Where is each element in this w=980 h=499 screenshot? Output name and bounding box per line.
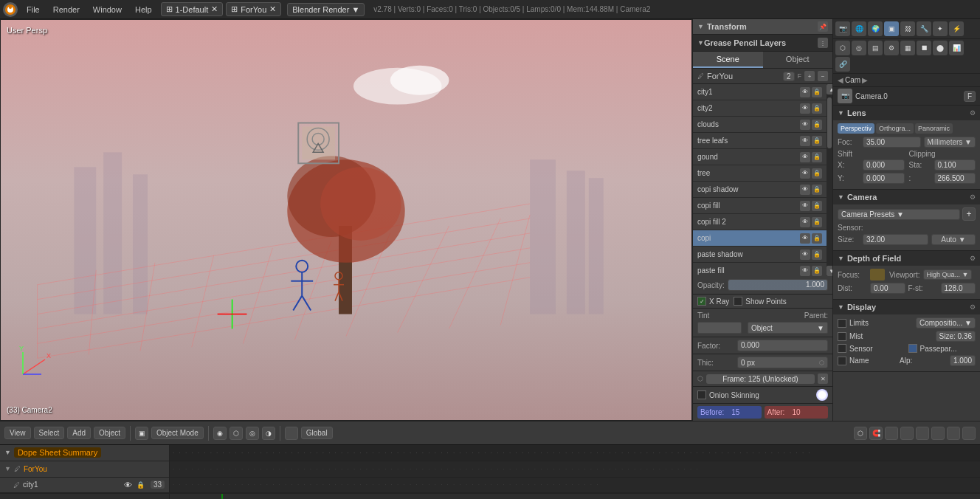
layer-gound[interactable]: gound 👁 🔒 — [693, 149, 827, 165]
tint-color[interactable] — [697, 322, 742, 334]
layer-eye-icon[interactable]: 👁 — [800, 201, 810, 211]
layer-copi-active[interactable]: copi 👁 🔒 — [693, 230, 827, 247]
show-points-checkbox[interactable]: Show Points — [734, 297, 787, 306]
alp-value[interactable]: 1.000 — [950, 355, 976, 366]
layer-eye-icon[interactable]: 👁 — [800, 136, 810, 146]
layer-eye-icon[interactable]: 👁 — [800, 152, 810, 162]
presets-select[interactable]: Camera Presets ▼ — [838, 209, 960, 220]
comp-val[interactable]: Compositio... ▼ — [916, 317, 976, 328]
viewport-wire-icon[interactable]: ⬡ — [230, 427, 243, 440]
layer-lock-icon[interactable]: 🔒 — [812, 87, 822, 97]
object-mode-btn[interactable]: Object Mode — [151, 427, 204, 439]
props-icon-d[interactable]: ⚙ — [884, 41, 899, 55]
scroll-down-btn[interactable]: ▼ — [827, 266, 832, 276]
layer-lock-icon[interactable]: 🔒 — [812, 185, 822, 195]
lens-section-header[interactable]: ▼ Lens ⚙ — [833, 106, 980, 120]
lens-tab-orthogra[interactable]: Orthogra... — [876, 123, 914, 134]
icon-autokey[interactable] — [916, 427, 929, 440]
layer-eye-icon[interactable]: 👁 — [800, 266, 810, 276]
layer-city1[interactable]: city1 👁 🔒 — [693, 84, 827, 100]
viewport-quality[interactable]: High Qua... ▼ — [923, 269, 973, 280]
sensor-size-value[interactable]: 32.00 — [863, 234, 928, 245]
foc-unit[interactable]: Millimeters ▼ — [924, 137, 976, 148]
add-menu-btn[interactable]: Add — [67, 427, 91, 439]
layer-copi-shadow[interactable]: copi shadow 👁 🔒 — [693, 182, 827, 198]
props-scene-icon[interactable]: 🌐 — [852, 21, 866, 36]
layer-copi-fill[interactable]: copi fill 👁 🔒 — [693, 198, 827, 214]
layer-eye-icon[interactable]: 👁 — [800, 120, 810, 130]
sta-value[interactable]: 0.100 — [934, 159, 976, 171]
props-icon-i[interactable]: 🔗 — [835, 57, 850, 72]
viewport-solid-icon[interactable]: ◎ — [246, 427, 259, 440]
layer-lock-icon[interactable]: 🔒 — [812, 250, 822, 260]
layer-tree-leafs[interactable]: tree leafs 👁 🔒 — [693, 133, 827, 149]
icon-sync[interactable] — [931, 427, 945, 440]
layer-eye-icon[interactable]: 👁 — [800, 250, 810, 260]
props-icon-a[interactable]: ⬡ — [835, 41, 850, 55]
thic-value[interactable]: 0 px ⬡ — [737, 357, 828, 368]
passpar-cb[interactable] — [908, 344, 917, 353]
panel-pin-icon[interactable]: 📌 — [818, 21, 828, 32]
name-cb[interactable] — [838, 357, 846, 365]
fst-value[interactable]: 128.0 — [941, 283, 976, 294]
shift-x-value[interactable]: 0.000 — [863, 159, 905, 171]
dope-sheet-title[interactable]: Dope Sheet Summary — [14, 447, 101, 458]
after-value[interactable]: 10 — [787, 407, 804, 417]
layer-lock-icon[interactable]: 🔒 — [812, 201, 822, 211]
props-world-icon[interactable]: 🌍 — [868, 21, 883, 36]
pivot-icon[interactable] — [285, 427, 298, 440]
limits-cb[interactable] — [838, 319, 846, 328]
layer-scrollbar[interactable]: ▲ ▼ — [827, 84, 832, 276]
props-physics-icon[interactable]: ⚡ — [949, 21, 964, 36]
tab-object[interactable]: Object — [763, 52, 833, 68]
menu-help[interactable]: Help — [129, 4, 158, 16]
layer-paste-fill[interactable]: paste fill 👁 🔒 — [693, 263, 827, 276]
scroll-thumb[interactable] — [827, 97, 832, 148]
viewport-3d[interactable]: User Persp (33) Camera2 X Y — [0, 19, 692, 421]
icon-snap[interactable]: 🧲 — [869, 427, 883, 440]
props-constraint-icon[interactable]: ⛓ — [900, 21, 915, 36]
layer-lock-icon[interactable]: 🔒 — [812, 217, 822, 227]
viewport-mat-icon[interactable]: ◑ — [262, 427, 275, 440]
layer-tree[interactable]: tree 👁 🔒 — [693, 165, 827, 182]
object-menu-btn[interactable]: Object — [94, 427, 125, 439]
xray-cb[interactable]: ✓ — [697, 297, 706, 306]
engine-selector[interactable]: Blender Render ▼ — [287, 3, 365, 16]
icon-scene[interactable] — [962, 427, 976, 440]
select-menu-btn[interactable]: Select — [34, 427, 65, 439]
mist-cb[interactable] — [838, 332, 846, 341]
shift-y-value[interactable]: 0.000 — [863, 173, 905, 184]
layer-eye-icon[interactable]: 👁 — [800, 185, 810, 195]
global-btn[interactable]: Global — [301, 427, 333, 439]
layer-city2[interactable]: city2 👁 🔒 — [693, 100, 827, 117]
layer-clouds[interactable]: clouds 👁 🔒 — [693, 117, 827, 133]
icon-layers[interactable] — [947, 427, 960, 440]
presets-add-btn[interactable]: + — [962, 207, 976, 221]
dof-section-header[interactable]: ▼ Depth of Field ⚙ — [833, 251, 980, 266]
scroll-up-btn[interactable]: ▲ — [827, 84, 832, 94]
layer-eye-icon[interactable]: 👁 — [800, 233, 810, 244]
layer-copi-fill-2[interactable]: copi fill 2 👁 🔒 — [693, 214, 827, 230]
menu-file[interactable]: File — [21, 4, 46, 16]
foryou-timeline[interactable]: · · · · · · · · · · · · · · · · · · · · … — [170, 461, 980, 477]
menu-render[interactable]: Render — [47, 4, 86, 16]
props-object-icon[interactable]: ▣ — [884, 21, 899, 36]
lens-tab-panoramic[interactable]: Panoramic — [915, 123, 953, 134]
show-points-cb[interactable] — [734, 297, 742, 306]
props-render-icon[interactable]: 📷 — [835, 21, 850, 36]
mode-icon[interactable]: ▣ — [135, 427, 148, 440]
layer-lock-icon[interactable]: 🔒 — [812, 136, 822, 146]
onion-toggle[interactable] — [697, 390, 706, 399]
frame-close-btn[interactable]: ✕ — [818, 374, 828, 384]
display-section-header[interactable]: ▼ Display ⚙ — [833, 300, 980, 314]
layer-eye-icon[interactable]: 👁 — [800, 168, 810, 179]
file-title[interactable]: ⊞ ForYou ✕ — [226, 2, 281, 16]
size-row-val[interactable]: Size: 0.36 — [936, 331, 976, 342]
props-icon-g[interactable]: ⬤ — [933, 41, 948, 55]
layer-remove-btn[interactable]: − — [818, 71, 828, 81]
layer-lock-icon[interactable]: 🔒 — [812, 103, 822, 114]
frame-value[interactable]: Frame: 125 (Unlocked) — [706, 374, 815, 384]
sensor-auto[interactable]: Auto ▼ — [931, 234, 976, 245]
menu-window[interactable]: Window — [87, 4, 128, 16]
dist-value[interactable]: 0.00 — [870, 283, 905, 294]
